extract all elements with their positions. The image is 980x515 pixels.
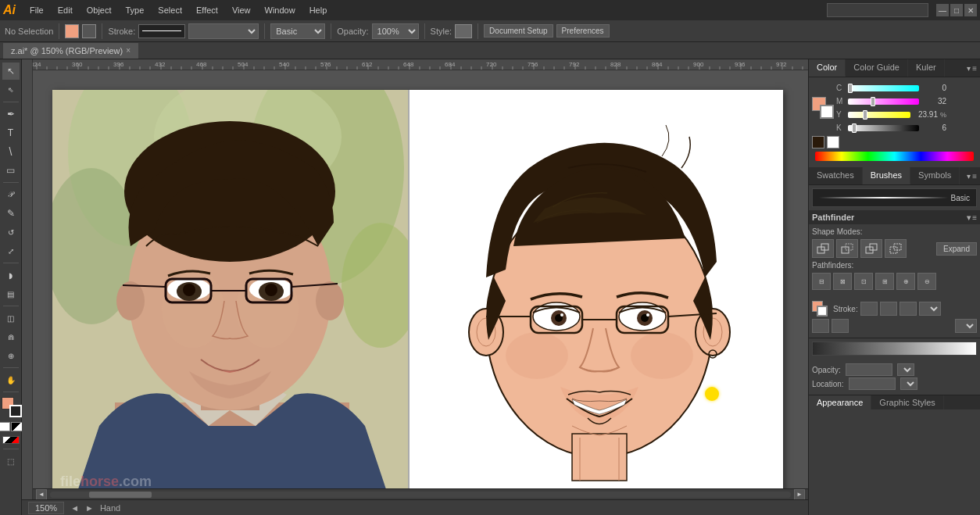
pathfinder-menu[interactable]: ≡ xyxy=(972,213,977,222)
pencil-tool[interactable]: ✎ xyxy=(2,205,20,222)
black-swatch[interactable] xyxy=(812,136,824,148)
menu-edit[interactable]: Edit xyxy=(52,4,79,16)
pathfinder-collapse[interactable]: ▾ xyxy=(967,213,971,222)
direct-select-tool[interactable]: ⇖ xyxy=(2,81,20,98)
opacity-dropdown[interactable] xyxy=(897,363,914,376)
unite-btn[interactable] xyxy=(812,239,834,258)
panel-collapse-btn[interactable]: ▾ xyxy=(967,64,971,73)
stroke-select[interactable] xyxy=(188,23,259,39)
pen-tool[interactable]: ✒ xyxy=(2,106,20,123)
stroke-join-btn2[interactable] xyxy=(832,319,849,333)
crop-btn[interactable]: ⊞ xyxy=(875,273,894,290)
scroll-right-button[interactable]: ► xyxy=(794,489,805,500)
tab-graphic-styles[interactable]: Graphic Styles xyxy=(871,395,944,409)
y-slider-thumb[interactable] xyxy=(863,110,867,120)
tab-kuler[interactable]: Kuler xyxy=(908,59,945,77)
rotate-tool[interactable]: ↺ xyxy=(2,224,20,241)
zoom-tool[interactable]: ⊕ xyxy=(2,347,20,364)
exclude-btn[interactable] xyxy=(885,239,907,258)
stroke-color-mini[interactable] xyxy=(820,105,834,119)
outline-btn[interactable]: ⊕ xyxy=(896,273,915,290)
scale-tool[interactable]: ⤢ xyxy=(2,242,20,259)
line-tool[interactable]: \ xyxy=(2,143,20,160)
y-slider-track[interactable] xyxy=(848,112,910,118)
rect-tool[interactable]: ▭ xyxy=(2,162,20,179)
stroke-cap-btn2[interactable] xyxy=(880,302,897,316)
merge-btn[interactable]: ⊡ xyxy=(854,273,873,290)
warp-tool[interactable]: ◗ xyxy=(2,266,20,284)
eyedropper-tool[interactable]: ⋒ xyxy=(2,328,20,345)
style-swatch[interactable] xyxy=(455,24,472,38)
stroke-join-btn1[interactable] xyxy=(812,319,829,333)
maximize-button[interactable]: □ xyxy=(950,4,963,16)
tab-color-guide[interactable]: Color Guide xyxy=(846,59,908,77)
location-dropdown[interactable] xyxy=(900,377,917,390)
type-tool[interactable]: T xyxy=(2,124,20,141)
brush-menu-btn[interactable]: ≡ xyxy=(972,172,977,181)
artboard-tool[interactable]: ⬚ xyxy=(2,452,20,470)
tab-appearance[interactable]: Appearance xyxy=(809,395,871,409)
stroke-weight-select[interactable] xyxy=(919,302,941,316)
zoom-level[interactable]: 150% xyxy=(28,502,64,514)
scroll-thumb-h[interactable] xyxy=(89,492,152,498)
document-tab[interactable]: z.ai* @ 150% (RGB/Preview) × xyxy=(3,43,138,59)
minus-front-btn[interactable] xyxy=(836,239,858,258)
pathfinder-header[interactable]: Pathfinder ▾ ≡ xyxy=(809,210,980,224)
tab-swatches[interactable]: Swatches xyxy=(809,167,863,184)
stroke-join-select[interactable] xyxy=(955,319,977,333)
panel-menu-btn[interactable]: ≡ xyxy=(972,64,977,73)
menu-effect[interactable]: Effect xyxy=(190,4,224,16)
menu-window[interactable]: Window xyxy=(259,4,302,16)
intersect-btn[interactable] xyxy=(860,239,882,258)
opacity-select[interactable]: 100% xyxy=(372,23,419,39)
horizontal-scrollbar[interactable]: ◄ ► xyxy=(33,488,808,499)
menu-select[interactable]: Select xyxy=(152,4,188,16)
stroke-preview[interactable] xyxy=(138,24,185,38)
m-slider-thumb[interactable] xyxy=(871,97,875,106)
stroke-stroke-mini[interactable] xyxy=(817,306,828,317)
k-slider-thumb[interactable] xyxy=(852,123,857,133)
fill-swatch[interactable] xyxy=(65,24,79,38)
scroll-left-button[interactable]: ◄ xyxy=(36,489,47,500)
menu-help[interactable]: Help xyxy=(303,4,334,16)
menu-view[interactable]: View xyxy=(226,4,257,16)
tab-symbols[interactable]: Symbols xyxy=(910,167,960,184)
hand-tool[interactable]: ✋ xyxy=(2,371,20,388)
doc-setup-button[interactable]: Document Setup xyxy=(484,24,553,38)
tab-brushes[interactable]: Brushes xyxy=(863,167,910,184)
menu-file[interactable]: File xyxy=(23,4,50,16)
menu-object[interactable]: Object xyxy=(80,4,118,16)
divide-btn[interactable]: ⊟ xyxy=(812,273,831,290)
tab-color[interactable]: Color xyxy=(809,59,846,77)
brush-collapse-btn[interactable]: ▾ xyxy=(967,172,971,181)
location-field[interactable] xyxy=(849,377,896,390)
graph-tool[interactable]: ▤ xyxy=(2,285,20,302)
menu-search[interactable] xyxy=(827,3,928,17)
opacity-panel-field[interactable] xyxy=(846,363,892,376)
color-spectrum[interactable] xyxy=(815,152,974,161)
stroke-cap-btn1[interactable] xyxy=(860,302,878,316)
brush-preview[interactable]: Basic xyxy=(812,188,977,207)
k-slider-track[interactable] xyxy=(848,125,919,131)
scroll-track-h[interactable] xyxy=(50,492,791,498)
c-slider-thumb[interactable] xyxy=(848,84,853,93)
minus-back-btn[interactable]: ⊖ xyxy=(917,273,936,290)
minimize-button[interactable]: — xyxy=(936,4,949,16)
stroke-swatch[interactable] xyxy=(82,24,96,38)
close-button[interactable]: ✕ xyxy=(964,4,977,16)
brush-select[interactable]: Basic xyxy=(270,23,325,39)
stroke-cap-btn3[interactable] xyxy=(900,302,917,316)
expand-button[interactable]: Expand xyxy=(936,242,977,256)
menu-type[interactable]: Type xyxy=(120,4,151,16)
canvas-content[interactable]: filehorse.com xyxy=(33,70,808,488)
gradient-tool[interactable]: ◫ xyxy=(2,309,20,327)
none-swatch[interactable] xyxy=(0,422,10,431)
paintbrush-tool[interactable]: 𝒫 xyxy=(2,186,20,203)
nav-next[interactable]: ► xyxy=(85,503,94,513)
c-slider-track[interactable] xyxy=(848,85,919,91)
selection-tool[interactable]: ↖ xyxy=(2,63,20,80)
preferences-button[interactable]: Preferences xyxy=(556,24,610,38)
m-slider-track[interactable] xyxy=(848,98,919,105)
white-swatch[interactable] xyxy=(827,136,839,148)
nav-prev[interactable]: ◄ xyxy=(70,503,79,513)
